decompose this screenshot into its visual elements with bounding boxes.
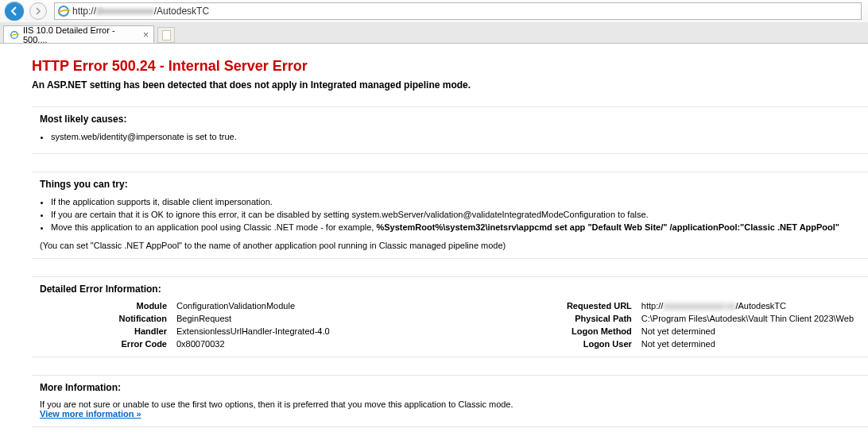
requrl-value: http://xxxxxxxxxxxxxx:xx/AutodeskTC [641, 301, 854, 311]
causes-heading: Most likely causes: [40, 114, 860, 125]
logonmethod-value: Not yet determined [641, 326, 854, 336]
nav-bar: http://dxxxxxxxxxxx/AutodeskTC [0, 0, 868, 22]
physpath-value: C:\Program Files\Autodesk\Vault Thin Cli… [641, 314, 854, 323]
page-title: HTTP Error 500.24 - Internal Server Erro… [32, 58, 868, 75]
moreinfo-heading: More Information: [40, 382, 860, 393]
causes-section: Most likely causes: system.web/identity@… [32, 106, 868, 154]
detail-section: Detailed Error Information: Module Confi… [32, 276, 868, 357]
tab-strip: IIS 10.0 Detailed Error - 500.... × [0, 22, 868, 43]
address-text: http://dxxxxxxxxxxx/AutodeskTC [72, 6, 209, 17]
forward-arrow-icon [29, 2, 47, 20]
module-label: Module [40, 301, 167, 311]
causes-list: system.web/identity@impersonate is set t… [40, 131, 860, 144]
ie-icon [58, 6, 69, 17]
ie-icon [9, 29, 20, 41]
handler-value: ExtensionlessUrlHandler-Integrated-4.0 [176, 326, 330, 336]
requrl-label: Requested URL [537, 301, 632, 311]
list-item: Move this application to an application … [51, 222, 860, 234]
moreinfo-link[interactable]: View more information » [40, 409, 141, 419]
browser-chrome: http://dxxxxxxxxxxx/AutodeskTC IIS 10.0 … [0, 0, 868, 44]
new-tab-button[interactable] [157, 27, 175, 43]
try-item-3-cmd: %SystemRoot%\system32\inetsrv\appcmd set… [376, 222, 839, 232]
forward-button[interactable] [27, 0, 49, 22]
detail-left: Module ConfigurationValidationModule Not… [40, 301, 330, 349]
handler-label: Handler [40, 326, 167, 336]
list-item: If you are certain that it is OK to igno… [51, 209, 860, 222]
detail-heading: Detailed Error Information: [40, 284, 860, 295]
logonmethod-label: Logon Method [537, 326, 632, 336]
tab-title: IIS 10.0 Detailed Error - 500.... [23, 25, 137, 44]
logonuser-label: Logon User [537, 339, 632, 349]
back-button[interactable] [3, 0, 25, 22]
notification-label: Notification [40, 314, 167, 323]
errorcode-value: 0x80070032 [176, 339, 330, 349]
list-item: If the application supports it, disable … [51, 196, 860, 209]
list-item: system.web/identity@impersonate is set t… [51, 131, 860, 144]
logonuser-value: Not yet determined [641, 339, 854, 349]
try-item-3-prefix: Move this application to an application … [51, 222, 376, 232]
error-page: HTTP Error 500.24 - Internal Server Erro… [0, 44, 868, 436]
address-bar[interactable]: http://dxxxxxxxxxxx/AutodeskTC [54, 2, 862, 20]
try-heading: Things you can try: [40, 179, 860, 190]
module-value: ConfigurationValidationModule [176, 301, 330, 311]
detail-right: Requested URL http://xxxxxxxxxxxxxx:xx/A… [537, 301, 854, 349]
close-icon[interactable]: × [143, 30, 149, 40]
try-list: If the application supports it, disable … [40, 196, 860, 234]
notification-value: BeginRequest [176, 314, 330, 323]
try-note: (You can set "Classic .NET AppPool" to t… [40, 241, 860, 250]
try-section: Things you can try: If the application s… [32, 172, 868, 259]
errorcode-label: Error Code [40, 339, 167, 349]
tab-active[interactable]: IIS 10.0 Detailed Error - 500.... × [3, 25, 154, 43]
moreinfo-section: More Information: If you are not sure or… [32, 375, 868, 427]
detail-columns: Module ConfigurationValidationModule Not… [40, 301, 860, 349]
moreinfo-text: If you are not sure or unable to use the… [40, 399, 860, 409]
newtab-icon [162, 30, 171, 41]
page-subtitle: An ASP.NET setting has been detected tha… [32, 79, 868, 91]
physpath-label: Physical Path [537, 314, 632, 323]
back-arrow-icon [5, 2, 24, 21]
